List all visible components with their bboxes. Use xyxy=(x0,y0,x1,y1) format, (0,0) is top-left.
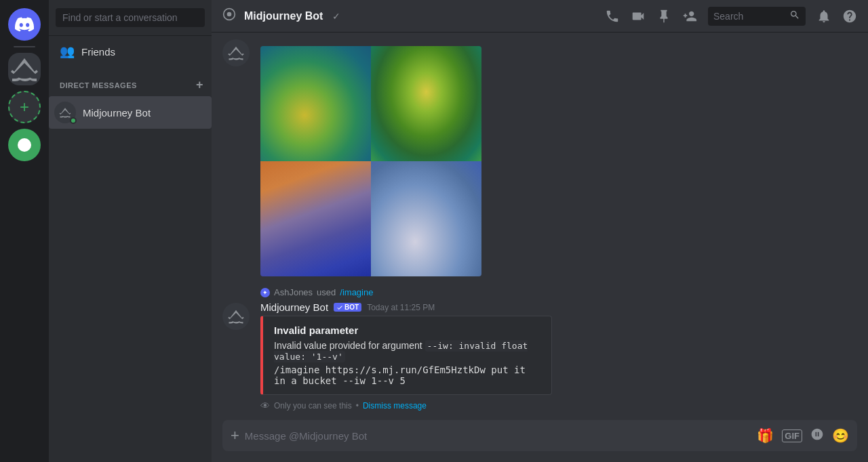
error-message-block: Midjourney Bot BOT Today at 11:25 PM Inv… xyxy=(212,299,868,417)
find-conversation-input[interactable] xyxy=(56,8,205,27)
used-command-row: ✦ AshJones used /imagine xyxy=(212,282,868,299)
server-icon-add[interactable]: + xyxy=(8,91,41,123)
dm-item-name: Midjourney Bot xyxy=(83,107,151,119)
gift-icon-button[interactable]: 🎁 xyxy=(757,427,774,444)
verified-icon: ✓ xyxy=(332,11,340,22)
search-icon xyxy=(789,9,800,23)
error-title: Invalid parameter xyxy=(274,324,540,336)
friends-label: Friends xyxy=(81,46,115,58)
message-input-box: + 🎁 GIF 😊 xyxy=(222,420,857,451)
channel-name: Midjourney Bot xyxy=(244,10,323,22)
eye-icon: 👁 xyxy=(260,400,270,411)
message-input-area: + 🎁 GIF 😊 xyxy=(212,420,868,462)
friends-item[interactable]: 👥 Friends xyxy=(54,39,206,64)
header-icons xyxy=(605,7,857,26)
command-action: used xyxy=(317,287,336,297)
sticker-button[interactable] xyxy=(810,427,824,444)
message-author-row: Midjourney Bot BOT Today at 11:25 PM xyxy=(260,301,857,313)
attach-button[interactable]: + xyxy=(231,420,239,451)
chat-header: Midjourney Bot ✓ xyxy=(212,0,868,33)
error-card: Invalid parameter Invalid value provided… xyxy=(260,316,552,395)
error-body: Invalid value provided for argument --iw… xyxy=(274,340,540,362)
friends-icon: 👥 xyxy=(60,44,75,59)
generated-image-grid[interactable] xyxy=(260,46,481,276)
error-message-avatar xyxy=(222,303,250,330)
chat-area: Midjourney Bot ✓ xyxy=(212,0,868,462)
author-name: Midjourney Bot xyxy=(260,301,328,313)
app-icon-dot: ✦ xyxy=(260,288,270,297)
gif-button[interactable]: GIF xyxy=(782,429,802,442)
avatar-midjourney xyxy=(54,102,76,123)
command-user: AshJones xyxy=(274,287,313,297)
slash-command-link[interactable]: /imagine xyxy=(340,287,373,297)
bot-badge: BOT xyxy=(334,303,361,312)
server-bar: + xyxy=(0,0,49,462)
message-timestamp: Today at 11:25 PM xyxy=(367,303,435,312)
help-button[interactable] xyxy=(842,9,857,24)
pin-button[interactable] xyxy=(656,9,671,24)
server-divider xyxy=(14,46,35,47)
channel-at-icon xyxy=(222,7,236,24)
dm-item-midjourney[interactable]: Midjourney Bot xyxy=(49,96,212,129)
server-icon-home[interactable] xyxy=(8,8,41,41)
server-icon-boat[interactable] xyxy=(8,53,41,85)
image-cell-1 xyxy=(260,46,371,161)
dismiss-link[interactable]: Dismiss message xyxy=(363,401,427,411)
separator: • xyxy=(356,401,359,411)
dm-section: DIRECT MESSAGES + xyxy=(49,67,212,95)
image-cell-4 xyxy=(371,161,481,276)
dm-sidebar: 👥 Friends DIRECT MESSAGES + Midjourney B… xyxy=(49,0,212,462)
inbox-button[interactable] xyxy=(816,9,831,24)
add-dm-button[interactable]: + xyxy=(193,78,206,92)
dm-search-area xyxy=(49,0,212,36)
server-icon-green[interactable] xyxy=(8,129,41,161)
phone-call-button[interactable] xyxy=(605,9,620,24)
status-dot-online xyxy=(70,117,77,124)
error-command: /imagine https://s.mj.run/GfEm5HztkDw pu… xyxy=(274,364,540,386)
image-cell-2 xyxy=(371,46,481,161)
input-right-icons: 🎁 GIF 😊 xyxy=(757,427,849,444)
only-you-row: 👁 Only you can see this • Dismiss messag… xyxy=(260,400,857,411)
dm-section-title: DIRECT MESSAGES xyxy=(60,81,137,89)
svg-point-0 xyxy=(18,138,31,152)
dm-section-header: DIRECT MESSAGES + xyxy=(60,78,206,92)
image-cell-3 xyxy=(260,161,371,276)
video-call-button[interactable] xyxy=(631,9,646,24)
search-input[interactable] xyxy=(713,11,785,22)
emoji-button[interactable]: 😊 xyxy=(832,427,849,444)
add-friend-button[interactable] xyxy=(682,9,697,24)
chat-messages: ✦ AshJones used /imagine Midjourney Bot … xyxy=(212,33,868,420)
only-you-text: Only you can see this xyxy=(274,401,352,411)
image-message-block xyxy=(212,33,868,282)
search-bar xyxy=(708,7,806,26)
message-avatar-bot xyxy=(222,39,250,66)
message-input[interactable] xyxy=(245,422,751,450)
